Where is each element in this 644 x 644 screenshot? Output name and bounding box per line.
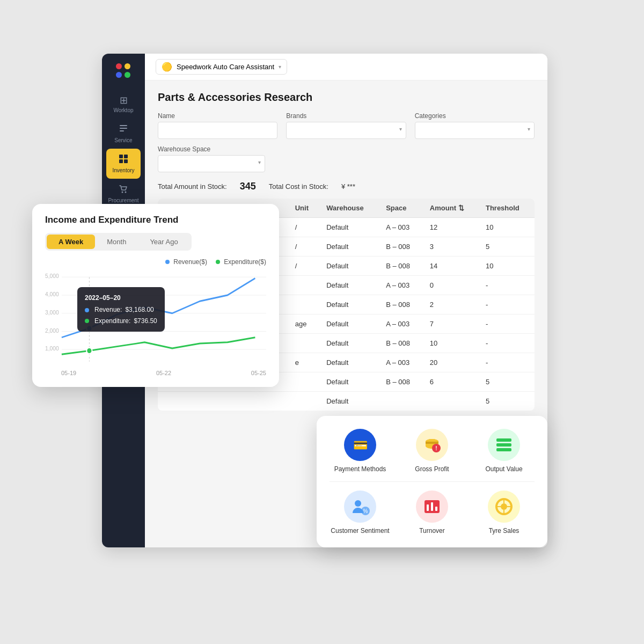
svg-rect-5 [119, 159, 123, 163]
sidebar-item-service[interactable]: Service [102, 119, 145, 149]
cell-warehouse: Default [320, 334, 379, 353]
total-amount-value: 345 [240, 181, 256, 192]
cell-threshold: - [479, 295, 535, 314]
cell-amount: 2 [423, 295, 479, 314]
total-cost-value: ¥ *** [341, 182, 355, 191]
filter-categories-select[interactable] [415, 122, 535, 139]
svg-text:%: % [363, 508, 368, 514]
qa-item-output-value[interactable]: Output Value [473, 429, 535, 473]
filter-warehouse-label: Warehouse Space [158, 145, 265, 153]
dropdown-chevron-icon: ▾ [279, 64, 281, 70]
cell-unit [289, 334, 320, 353]
sidebar-label-worktop: Worktop [113, 107, 133, 113]
logo-dot-red [116, 63, 122, 69]
badge-emoji: 🟡 [162, 62, 172, 72]
svg-rect-0 [120, 125, 127, 126]
svg-rect-39 [427, 504, 429, 511]
logo-dot-green [125, 72, 130, 78]
svg-point-26 [86, 348, 92, 354]
chart-tab-month[interactable]: Month [95, 235, 138, 249]
payment-icon: 💳 [350, 435, 370, 455]
app-name-badge[interactable]: 🟡 Speedwork Auto Care Assistant ▾ [156, 59, 287, 75]
revenue-legend: Revenue($) [165, 258, 207, 266]
chart-tab-year[interactable]: Year Ago [138, 235, 189, 249]
cell-amount: 0 [423, 276, 479, 295]
inventory-icon [119, 154, 128, 165]
cell-threshold: 5 [479, 372, 535, 392]
svg-rect-32 [496, 438, 511, 442]
svg-text:4,000: 4,000 [45, 291, 59, 298]
filter-row-1: Name Brands ▾ Categories [158, 112, 535, 139]
chart-svg: 5,000 4,000 3,000 2,000 1,000 [45, 271, 266, 368]
qa-label-customer-sentiment: Customer Sentiment [331, 527, 389, 535]
svg-rect-33 [496, 443, 511, 447]
cell-warehouse: Default [320, 218, 379, 237]
chart-tabs: A Week Month Year Ago [45, 233, 192, 251]
chart-x-labels: 05-19 05-22 05-25 [45, 368, 266, 376]
filter-brands-group: Brands ▾ [286, 112, 406, 139]
cell-unit: / [289, 218, 320, 237]
filter-brands-select[interactable] [286, 122, 406, 139]
gross-profit-icon-circle: ! [416, 429, 448, 461]
svg-text:!: ! [435, 445, 437, 451]
qa-item-tyre-sales[interactable]: Tyre Sales [473, 491, 535, 535]
service-icon [119, 124, 128, 135]
svg-rect-40 [431, 502, 433, 511]
sidebar-item-worktop[interactable]: ⊞ Worktop [102, 90, 145, 119]
total-cost-label: Total Cost in Stock: [269, 182, 328, 191]
qa-label-gross-profit: Gross Profit [415, 465, 449, 473]
cell-warehouse: Default [320, 314, 379, 334]
cell-amount: 3 [423, 237, 479, 257]
app-logo [113, 60, 134, 82]
svg-point-8 [125, 192, 127, 193]
chart-tab-week[interactable]: A Week [47, 235, 95, 249]
cell-threshold: - [479, 334, 535, 353]
stats-bar: Total Amount in Stock: 345 Total Cost in… [158, 181, 535, 192]
x-label-3: 05-25 [251, 370, 266, 376]
chart-area: 5,000 4,000 3,000 2,000 1,000 [45, 271, 266, 368]
sidebar-item-inventory[interactable]: Inventory [106, 149, 141, 179]
cell-warehouse: Default [320, 257, 379, 276]
chart-title: Income and Expenditure Trend [45, 215, 266, 225]
filter-categories-label: Categories [415, 112, 535, 120]
payment-icon-circle: 💳 [344, 429, 376, 461]
cell-warehouse: Default [320, 237, 379, 257]
filter-warehouse-select[interactable] [158, 155, 265, 172]
gross-profit-icon: ! [421, 434, 443, 456]
app-name-text: Speedwork Auto Care Assistant [177, 63, 274, 71]
col-header-threshold: Threshold [479, 199, 535, 218]
qa-label-tyre-sales: Tyre Sales [489, 527, 519, 535]
cell-unit [289, 295, 320, 314]
filter-name-input[interactable] [158, 122, 277, 139]
qa-item-gross-profit[interactable]: ! Gross Profit [401, 429, 463, 473]
cell-threshold: 10 [479, 257, 535, 276]
qa-item-payment[interactable]: 💳 Payment Methods [330, 429, 391, 473]
sidebar-label-service: Service [114, 137, 132, 143]
quick-actions-grid: 💳 Payment Methods ! Gross [330, 429, 535, 473]
cell-unit: e [289, 353, 320, 372]
svg-rect-41 [435, 507, 437, 511]
cell-amount [423, 392, 479, 411]
turnover-icon-circle [416, 491, 448, 523]
svg-text:5,000: 5,000 [45, 273, 59, 280]
quick-actions-overlay: 💳 Payment Methods ! Gross [317, 416, 547, 547]
svg-rect-4 [124, 155, 128, 158]
cell-amount: 20 [423, 353, 479, 372]
sidebar-label-procurement: Procurement [108, 197, 138, 203]
svg-text:1,000: 1,000 [45, 345, 59, 352]
cell-threshold: 5 [479, 237, 535, 257]
qa-item-turnover[interactable]: Turnover [401, 491, 463, 535]
col-header-warehouse: Warehouse [320, 199, 379, 218]
filter-warehouse-group: Warehouse Space ▾ [158, 145, 265, 172]
cell-unit: age [289, 314, 320, 334]
cell-space: A – 003 [379, 276, 423, 295]
cell-warehouse: Default [320, 372, 379, 392]
turnover-icon [421, 496, 443, 517]
cell-threshold: - [479, 314, 535, 334]
cell-space: B – 008 [379, 237, 423, 257]
qa-item-customer-sentiment[interactable]: % Customer Sentiment [330, 491, 391, 535]
col-header-amount: Amount ⇅ [423, 199, 479, 218]
cell-threshold: - [479, 353, 535, 372]
svg-point-25 [86, 325, 92, 331]
chart-legend: Revenue($) Expenditure($) [45, 258, 266, 266]
